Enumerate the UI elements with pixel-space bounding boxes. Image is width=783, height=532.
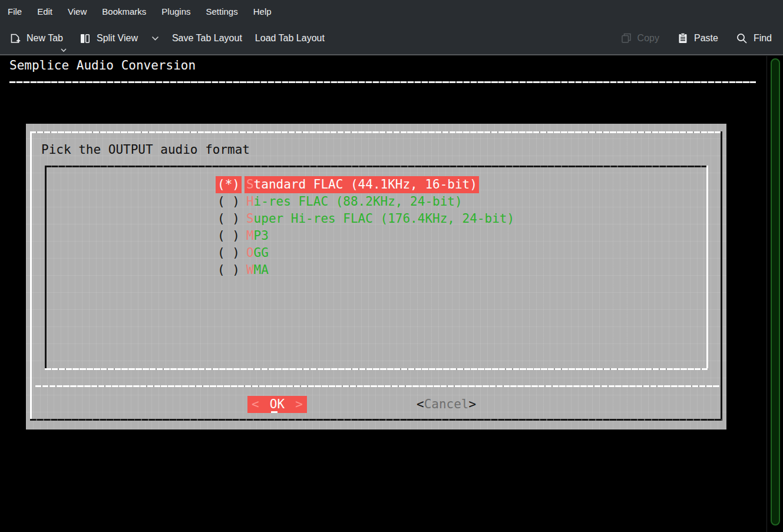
cancel-button[interactable]: < Cancel > [417,396,476,413]
dialog-border-left [30,131,32,421]
copy-label: Copy [637,33,659,44]
paste-icon [677,32,689,44]
dialog-border-top [30,131,722,133]
menu-bookmarks[interactable]: Bookmarks [94,0,154,22]
paste-label: Paste [694,33,718,44]
toolbar-right-group: Copy Paste [620,22,772,54]
listbox-border-top [45,166,708,167]
ok-right-bracket: > [295,396,303,413]
hotkey-letter: S [246,177,254,191]
radio-option-super-hires-flac[interactable]: ( )Super Hi-res FLAC (176.4KHz, 24-bit) [216,210,516,227]
menu-edit[interactable]: Edit [29,0,60,22]
new-tab-icon [9,32,21,45]
load-tab-layout-label: Load Tab Layout [255,33,325,44]
new-tab-label: New Tab [27,33,63,44]
radio-state: ( ) [216,193,242,210]
menubar: File Edit View Bookmarks Plugins Setting… [0,0,783,22]
menu-plugins[interactable]: Plugins [154,0,198,22]
split-view-icon [79,32,91,45]
radio-option-standard-flac[interactable]: (*)Standard FLAC (44.1KHz, 16-bit) [216,176,479,193]
dialog-border-right [721,131,722,421]
find-button[interactable]: Find [736,32,772,45]
radio-option-wma[interactable]: ( )WMA [216,262,270,279]
paste-button[interactable]: Paste [677,32,718,44]
menu-file[interactable]: File [0,0,29,22]
search-icon [736,32,748,45]
split-view-button[interactable]: Split View [79,32,159,45]
copy-icon [620,32,632,44]
scrollbar-track [767,56,767,532]
listbox-border-right [706,166,708,370]
ok-label: OK [270,396,285,413]
dialog-title: Pick the OUTPUT audio format [41,141,250,158]
radio-state: ( ) [216,262,242,279]
save-tab-layout-label: Save Tab Layout [172,33,242,44]
button-row-separator [35,385,720,387]
cancel-label: Cancel [424,396,469,413]
ok-left-bracket: < [252,396,259,413]
ok-button[interactable]: < OK > [247,396,307,413]
chevron-down-icon [61,48,67,52]
new-tab-button[interactable]: New Tab [9,32,63,45]
copy-button[interactable]: Copy [620,32,659,44]
radio-state: ( ) [216,227,242,244]
chevron-down-icon[interactable] [151,36,159,41]
option-label: i-res FLAC (88.2KHz, 24-bit) [254,194,462,209]
radio-option-hires-flac[interactable]: ( )Hi-res FLAC (88.2KHz, 24-bit) [216,193,464,210]
cancel-left-bracket: < [417,396,424,413]
dialog-border-bottom [30,419,722,421]
option-label: uper Hi-res FLAC (176.4KHz, 24-bit) [254,212,515,226]
text-cursor [271,411,277,413]
cancel-right-bracket: > [469,396,477,413]
toolbar: New Tab Split View Save Tab [0,22,783,54]
backtitle-rule [9,81,756,83]
split-view-label: Split View [97,33,138,44]
hotkey-letter: W [246,263,254,277]
option-label: P3 [254,229,269,243]
option-label: MA [254,263,269,277]
listbox-border-bottom [45,368,708,370]
radio-option-ogg[interactable]: ( )OGG [216,244,270,262]
scrollbar-handle[interactable] [771,58,780,526]
radio-state: ( ) [216,244,242,262]
hotkey-letter: H [246,194,254,209]
hotkey-letter: M [246,229,254,243]
listbox-border-left [45,166,47,370]
window-chrome: File Edit View Bookmarks Plugins Setting… [0,0,783,55]
option-label: tandard FLAC (44.1KHz, 16-bit) [254,177,477,191]
find-label: Find [754,33,772,44]
terminal-backtitle: Semplice Audio Conversion [9,57,196,74]
hotkey-letter: O [246,246,254,260]
radio-state: (*) [216,176,242,193]
menu-view[interactable]: View [60,0,94,22]
option-label: GG [254,246,269,260]
radiolist-dialog: Pick the OUTPUT audio format (*)Standard… [26,124,726,429]
save-tab-layout-button[interactable]: Save Tab Layout [172,33,242,44]
hotkey-letter: S [246,212,254,226]
load-tab-layout-button[interactable]: Load Tab Layout [255,33,325,44]
menu-settings[interactable]: Settings [199,0,246,22]
radio-state: ( ) [216,210,242,227]
menu-help[interactable]: Help [246,0,279,22]
radio-option-mp3[interactable]: ( )MP3 [216,227,270,244]
